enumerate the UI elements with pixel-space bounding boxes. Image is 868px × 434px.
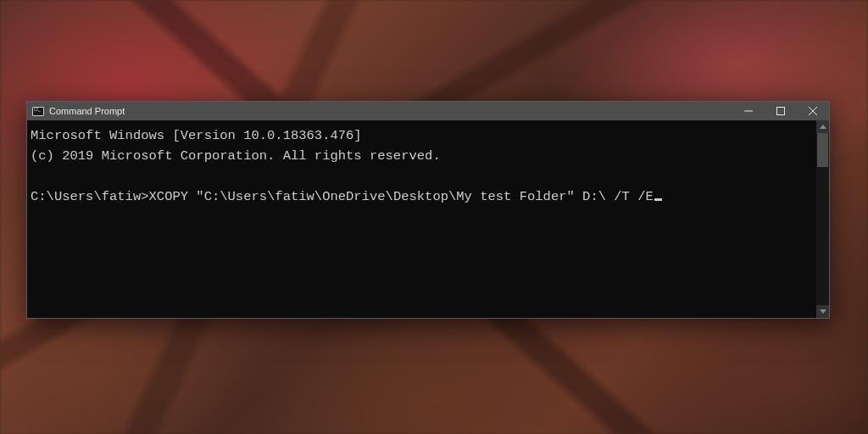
prompt-path: C:\Users\fatiw> (31, 189, 149, 204)
scrollbar-thumb[interactable] (817, 133, 828, 167)
chevron-down-icon (820, 309, 826, 314)
window-title: Command Prompt (49, 106, 125, 116)
command-input[interactable]: XCOPY "C:\Users\fatiw\OneDrive\Desktop\M… (149, 189, 654, 204)
window-controls (732, 102, 829, 120)
chevron-up-icon (820, 125, 826, 129)
cmd-icon (32, 107, 44, 116)
vertical-scrollbar[interactable] (816, 120, 829, 318)
titlebar[interactable]: Command Prompt (27, 102, 829, 120)
minimize-button[interactable] (732, 102, 765, 120)
maximize-button[interactable] (765, 102, 797, 120)
version-line: Microsoft Windows [Version 10.0.18363.47… (31, 128, 362, 143)
terminal-output[interactable]: Microsoft Windows [Version 10.0.18363.47… (27, 120, 816, 318)
scroll-down-button[interactable] (816, 305, 829, 318)
close-button[interactable] (797, 102, 829, 120)
text-cursor (654, 198, 662, 201)
command-prompt-window: Command Prompt Microsoft Windows [Versio… (26, 101, 830, 319)
scroll-up-button[interactable] (816, 120, 829, 133)
terminal-body[interactable]: Microsoft Windows [Version 10.0.18363.47… (27, 120, 829, 318)
svg-rect-1 (777, 108, 785, 115)
copyright-line: (c) 2019 Microsoft Corporation. All righ… (31, 148, 441, 164)
scrollbar-track[interactable] (816, 133, 829, 305)
